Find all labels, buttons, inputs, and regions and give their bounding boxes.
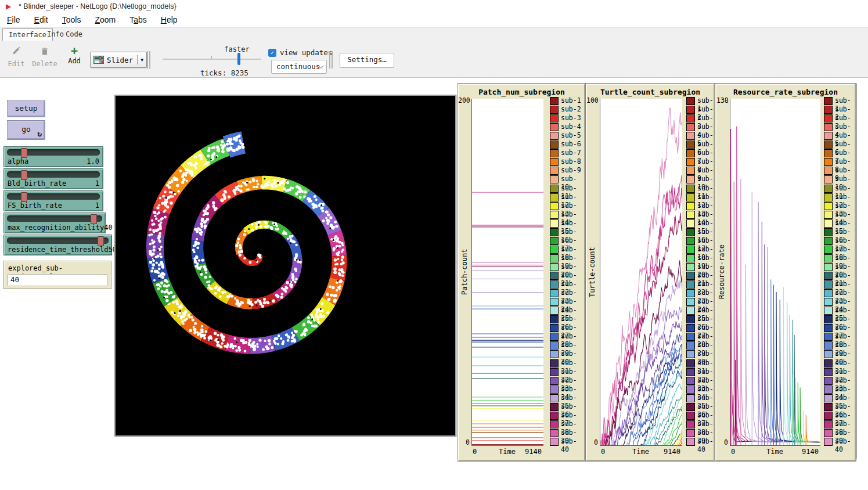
menu-bar: FileEditToolsZoomTabsHelp [0,13,868,28]
widget-type-dropdown[interactable]: Slider ▼ [90,52,147,68]
legend-entry: sub-32 [686,368,712,376]
slider-handle[interactable] [21,192,27,202]
y-axis-label: Turtle-count [588,99,596,445]
plot-title: Turtle_count_subregion [587,88,714,96]
edit-button[interactable]: Edit [5,46,28,68]
legend-entry: sub-17 [550,236,583,245]
legend-entry: sub-4 [550,123,583,131]
setup-button[interactable]: setup [7,100,45,117]
legend-swatch-sub-3 [550,114,559,123]
legend-swatch-sub-5 [550,132,559,140]
legend-swatch-sub-26 [824,315,833,323]
legend-swatch-sub-38 [824,420,833,428]
legend-swatch-sub-28 [686,333,695,341]
legend-swatch-sub-40 [824,438,833,446]
legend-swatch-sub-34 [686,385,695,394]
delete-button[interactable]: Delete [31,46,58,68]
legend-entry: sub-30 [550,350,583,358]
legend-entry: sub-2 [686,105,712,114]
legend-entry: sub-35 [686,394,712,402]
slider-caption: Bld_birth_rate1 [8,179,99,188]
legend-entry: sub-23 [550,289,583,297]
legend-swatch-sub-6 [550,140,559,149]
legend-entry: sub-38 [550,420,583,428]
legend-swatch-sub-33 [686,377,695,385]
legend-swatch-sub-17 [824,237,833,245]
add-button[interactable]: + Add [64,45,85,65]
legend-entry: sub-23 [824,289,853,297]
x-max-label: 9140 [600,448,680,456]
legend-entry: sub-21 [550,271,583,280]
legend-swatch-sub-30 [824,350,833,358]
legend-swatch-sub-35 [686,394,695,402]
legend-swatch-sub-40 [550,438,559,446]
legend-swatch-sub-18 [550,246,559,254]
legend-entry: sub-4 [824,123,853,131]
legend-swatch-sub-10 [824,175,833,183]
chevron-down-icon: ▼ [141,57,143,63]
spiral-world-canvas [116,96,455,435]
legend-entry: sub-9 [686,166,712,175]
legend-swatch-sub-2 [686,106,695,114]
slider-residence_time_threshold[interactable]: residence_time_threshold500 [3,235,112,255]
slider-handle[interactable] [91,214,97,224]
slider-fs_birth_rate[interactable]: FS_birth_rate1 [3,190,103,211]
legend-entry: sub-17 [824,236,853,245]
legend-entry: sub-29 [824,341,853,350]
legend-entry: sub-27 [550,323,583,332]
slider-handle[interactable] [21,148,27,158]
legend-swatch-sub-37 [824,412,833,420]
legend-swatch-sub-31 [824,359,833,368]
menu-tools[interactable]: Tools [60,13,84,27]
ticks-counter: ticks: 8235 [200,69,248,77]
slider-groove [7,237,109,244]
legend-swatch-sub-8 [550,158,559,166]
legend-entry: sub-36 [824,402,853,411]
view-updates-checkbox[interactable]: ✓ [268,49,276,57]
legend-entry: sub-28 [550,332,583,341]
menu-zoom[interactable]: Zoom [92,13,118,27]
slider-handle[interactable] [21,170,27,180]
go-button[interactable]: go ↻ [7,120,45,140]
legend-entry: sub-6 [824,140,853,149]
slider-label: Bld_birth_rate [8,179,66,188]
legend-entry: sub-17 [686,236,712,245]
legend-swatch-sub-9 [686,167,695,175]
settings-button[interactable]: Settings… [340,53,394,68]
menu-help[interactable]: Help [159,13,180,27]
legend-entry: sub-13 [686,201,712,210]
legend-swatch-sub-36 [686,403,695,411]
legend-entry: sub-7 [824,149,853,157]
legend-swatch-sub-4 [824,123,833,131]
slider-label: max_recognition_ability [8,224,104,232]
menu-file[interactable]: File [5,13,23,27]
tab-code[interactable]: Code [60,28,88,40]
menu-edit[interactable]: Edit [32,13,51,27]
scrollpane-edge [855,84,857,459]
legend-entry: sub-14 [686,210,712,219]
plot-area [471,99,543,446]
plot-area [730,99,820,446]
legend-swatch-sub-6 [824,140,833,149]
legend-swatch-sub-35 [550,394,559,402]
speed-slider-track[interactable] [163,59,261,60]
legend-entry: sub-27 [824,323,853,332]
legend-entry: sub-26 [550,315,583,323]
slider-max_recognition_ability[interactable]: max_recognition_ability40 [3,212,106,233]
legend-entry: sub-2 [550,105,583,114]
slider-alpha[interactable]: alpha1.0 [3,146,103,167]
legend-entry: sub-27 [686,323,712,332]
update-mode-dropdown[interactable]: continuous [271,60,327,74]
speed-slider-handle[interactable] [237,53,240,65]
speed-slider-center-tick [211,56,212,59]
slider-handle[interactable] [98,236,104,246]
legend-swatch-sub-25 [550,307,559,315]
legend-label: sub-4 [561,123,581,131]
legend-swatch-sub-24 [824,298,833,306]
setup-button-label: setup [15,104,37,113]
menu-tabs[interactable]: Tabs [127,13,149,27]
legend-entry: sub-38 [824,420,853,428]
slider-bld_birth_rate[interactable]: Bld_birth_rate1 [3,168,103,189]
legend-swatch-sub-37 [550,412,559,420]
legend-entry: sub-25 [550,306,583,315]
